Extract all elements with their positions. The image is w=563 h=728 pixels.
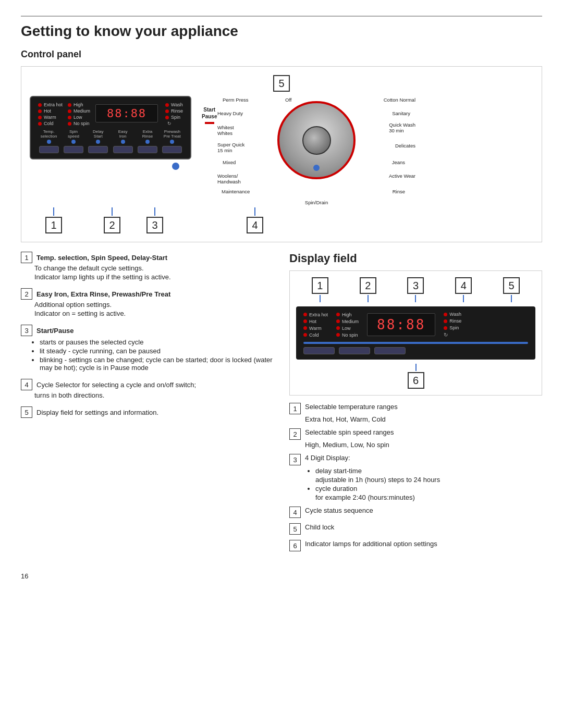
desc-left: 1 Temp. selection, Spin Speed, Delay-Sta… bbox=[21, 252, 274, 557]
cycle-heavy-duty: Heavy Duty bbox=[217, 110, 243, 116]
cycle-rinse: Rinse bbox=[393, 189, 405, 194]
df-num-4: 4 bbox=[455, 277, 472, 294]
df-desc-list: 1 Selectable temperature ranges Extra ho… bbox=[289, 403, 542, 551]
desc-bullet-3b: lit steady - cycle running, can be pause… bbox=[40, 347, 274, 355]
desc-num-5: 5 bbox=[21, 406, 32, 418]
desc-bullet-3c: blinking - settings can be changed; cycl… bbox=[40, 356, 274, 372]
btn-easy-iron[interactable]: EasyIron bbox=[113, 129, 133, 153]
num-label-2: 2 bbox=[104, 217, 120, 233]
df-btn3[interactable] bbox=[374, 347, 406, 354]
display-field-title: Display field bbox=[289, 252, 542, 265]
desc-text-4b: turns in both directions. bbox=[34, 391, 274, 399]
cycle-jeans: Jeans bbox=[392, 159, 405, 165]
control-panel-heading: Control panel bbox=[21, 49, 542, 60]
desc-num-1: 1 bbox=[21, 252, 32, 263]
desc-text-2a: Additional option settings. bbox=[34, 301, 274, 309]
desc-text-4a: Cycle Selector for selecting a cycle and… bbox=[36, 381, 196, 389]
df-btn2[interactable] bbox=[339, 347, 370, 354]
desc-text-1a: To change the default cycle settings. bbox=[34, 264, 274, 272]
page-title: Getting to know your appliance bbox=[21, 16, 542, 40]
df-desc-num-4: 4 bbox=[289, 507, 301, 518]
btn-delay-start[interactable]: DelayStart bbox=[88, 129, 108, 153]
desc-title-2: Easy Iron, Extra Rinse, Prewash/Pre Trea… bbox=[36, 290, 170, 298]
df-num-1: 1 bbox=[312, 277, 328, 294]
df-num-3: 3 bbox=[407, 277, 424, 294]
temp-indicators: Extra hot Hot Warm Cold bbox=[38, 102, 63, 126]
cycle-cotton-normal: Cotton Normal bbox=[384, 97, 415, 103]
cycle-woolens: Woolens/Handwash bbox=[217, 173, 241, 185]
cycle-perm-press: Perm Press bbox=[223, 97, 249, 103]
cycle-whitest-whites: WhitestWhites bbox=[217, 125, 234, 137]
df-num-6: 6 bbox=[408, 372, 424, 389]
df-desc-num-1: 1 bbox=[289, 403, 301, 414]
desc-title-3: Start/Pause bbox=[36, 327, 74, 335]
df-bullet-3a: delay start-time bbox=[315, 467, 542, 475]
start-pause-label: StartPause bbox=[202, 106, 217, 120]
df-desc-text-5: Child lock bbox=[305, 523, 334, 531]
btn-extra-rinse[interactable]: ExtraRinse bbox=[138, 129, 157, 153]
display-field-section: Display field 1 2 3 bbox=[289, 252, 542, 557]
machine-panel-left: Extra hot Hot Warm Cold High Medium Low … bbox=[30, 96, 191, 159]
spin-indicators: High Medium Low No spin bbox=[68, 102, 90, 126]
cycle-off: Off bbox=[285, 97, 292, 103]
df-desc-num-3: 3 bbox=[289, 454, 301, 465]
df-bullet-3c: cycle duration bbox=[315, 485, 542, 492]
cycle-spin-drain: Spin/Drain bbox=[305, 200, 328, 205]
df-desc-num-5: 5 bbox=[289, 523, 301, 535]
cycle-active-wear: Active Wear bbox=[389, 173, 415, 179]
desc-bullets-3: starts or pauses the selected cycle lit … bbox=[40, 338, 274, 372]
cycle-sanitary: Sanitary bbox=[392, 110, 410, 116]
df-display: 88:88 bbox=[367, 313, 435, 336]
machine-display: 88:88 bbox=[95, 104, 158, 122]
df-desc-text-3: 4 Digit Display: bbox=[305, 454, 350, 462]
desc-num-2: 2 bbox=[21, 288, 32, 300]
btn-temp-selection[interactable]: Temp.selection bbox=[39, 129, 59, 153]
df-machine-panel: Extra hot Hot Warm Cold High Medium Low … bbox=[296, 306, 535, 360]
cycle-maintenance: Maintenance bbox=[222, 189, 250, 194]
btn-prewash[interactable]: PrewashPre Treat bbox=[162, 129, 182, 153]
df-bullet-3d: for example 2:40 (hours:minutes) bbox=[307, 493, 542, 501]
cycle-super-quick: Super Quick15 min bbox=[217, 142, 244, 154]
desc-title-1: Temp. selection, Spin Speed, Delay-Start bbox=[36, 254, 167, 262]
df-desc-num-6: 6 bbox=[289, 540, 301, 551]
cycle-mixed: Mixed bbox=[223, 159, 236, 165]
desc-num-4: 4 bbox=[21, 379, 32, 390]
df-desc-text-4: Cycle status sequence bbox=[305, 507, 373, 514]
df-num-5: 5 bbox=[503, 277, 520, 294]
page-number: 16 bbox=[21, 572, 542, 580]
cycle-delicates: Delicates bbox=[395, 143, 415, 149]
df-desc-text-6: Indicator lamps for additional option se… bbox=[305, 540, 437, 548]
num-label-4: 4 bbox=[247, 217, 263, 233]
df-num-2: 2 bbox=[360, 277, 376, 294]
control-panel-diagram: 5 Extra hot Hot Warm Cold High M bbox=[21, 66, 542, 242]
df-btn1[interactable] bbox=[303, 347, 335, 354]
cycle-dial[interactable] bbox=[277, 101, 356, 179]
desc-text-5: Display field for settings and informati… bbox=[36, 409, 158, 416]
df-desc-sub-2: High, Medium, Low, No spin bbox=[305, 441, 542, 449]
num-label-3: 3 bbox=[146, 217, 163, 233]
desc-bullet-3a: starts or pauses the selected cycle bbox=[40, 338, 274, 346]
btn-spin-speed[interactable]: Spinspeed bbox=[64, 129, 83, 153]
num-label-5-top: 5 bbox=[273, 75, 290, 92]
df-desc-text-2: Selectable spin speed ranges bbox=[305, 428, 394, 436]
display-field-diagram: 1 2 3 4 5 bbox=[289, 270, 542, 396]
df-desc-num-2: 2 bbox=[289, 428, 301, 440]
df-desc-sub-1: Extra hot, Hot, Warm, Cold bbox=[305, 415, 542, 423]
desc-text-1b: Indicator lamp lights up if the setting … bbox=[34, 273, 274, 281]
cycle-quick-wash: Quick Wash30 min bbox=[389, 122, 415, 134]
num-label-1: 1 bbox=[45, 217, 62, 233]
desc-num-3: 3 bbox=[21, 325, 32, 336]
df-bullet-3b: adjustable in 1h (hours) steps to 24 hou… bbox=[307, 476, 542, 484]
desc-text-2b: Indicator on = setting is active. bbox=[34, 310, 274, 317]
df-desc-text-1: Selectable temperature ranges bbox=[305, 403, 398, 411]
